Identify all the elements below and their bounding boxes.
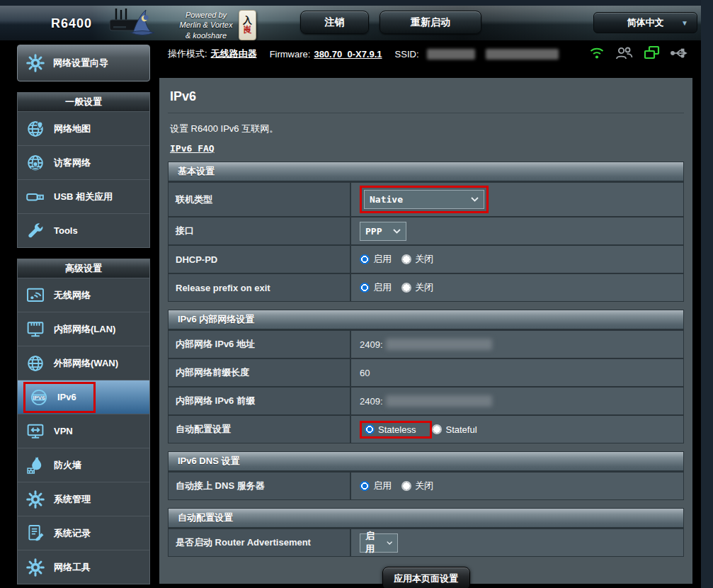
table-row-connection-type: 联机类型Native — [169, 181, 683, 216]
wifi-status-icon[interactable] — [588, 45, 605, 64]
sidebar-item-network-tools[interactable]: 网络工具 — [18, 550, 149, 584]
sidebar-section: 高级设置无线网络内部网络(LAN)外部网络(WAN)IPV6IPv6VPN防火墙… — [17, 259, 150, 584]
operation-mode-link[interactable]: 无线路由器 — [211, 47, 257, 60]
sidebar-item-inner: Tools — [23, 219, 78, 243]
auto-config-radio-1[interactable]: Stateful — [432, 424, 486, 435]
sidebar-item-wireless[interactable]: 无线网络 — [18, 278, 149, 312]
sidebar-item-system-log[interactable]: 系统记录 — [18, 516, 149, 550]
sidebar-item-usb-apps[interactable]: USB 相关应用 — [18, 179, 149, 213]
table-section-header: 自动配置设置 — [169, 509, 683, 528]
powered-by-text: Powered by Merlin & Vortex & koolshare — [167, 10, 245, 40]
release-prefix-radio-1[interactable]: 关闭 — [401, 281, 443, 294]
page-description: 设置 R6400 IPv6 互联网。 — [170, 123, 684, 135]
chevron-down-icon — [387, 541, 392, 545]
sidebar-item-vpn[interactable]: VPN — [18, 414, 149, 448]
sidebar-item-system-admin[interactable]: 系统管理 — [18, 482, 149, 516]
sidebar: 网络设置向导 一般设置网络地图访客网络USB 相关应用Tools高级设置无线网络… — [17, 45, 150, 584]
radio-selected-icon[interactable] — [360, 254, 370, 264]
reboot-button[interactable]: 重新启动 — [380, 11, 481, 34]
row-value: 60 — [350, 359, 683, 386]
table-section-header: 基本设置 — [169, 162, 683, 181]
page-title: IPv6 — [170, 89, 684, 104]
powered-by-line2: Merlin & Vortex — [167, 20, 245, 30]
row-label: 自动接上 DNS 服务器 — [169, 473, 350, 499]
radio-label: 关闭 — [415, 253, 433, 266]
chevron-down-icon: ▼ — [681, 19, 688, 27]
row-label: 内部网络 IPv6 前缀 — [169, 388, 350, 414]
setup-wizard-icon — [23, 51, 47, 75]
radio-selected-icon[interactable] — [360, 481, 370, 491]
dhcp-pd-radio-0[interactable]: 启用 — [360, 253, 401, 266]
sidebar-item-firewall[interactable]: 防火墙 — [18, 448, 149, 482]
radio-icon[interactable] — [401, 254, 411, 264]
row-label: 联机类型 — [169, 183, 350, 216]
dns-auto-radio-1[interactable]: 关闭 — [401, 480, 443, 492]
firewall-icon — [23, 453, 47, 477]
row-value: 启用关闭 — [350, 473, 683, 499]
table-row-auto-config: 自动配置设置StatelessStateful — [169, 414, 683, 443]
radio-icon[interactable] — [432, 424, 442, 434]
auto-config-radio-0[interactable]: Stateless — [365, 424, 426, 435]
system-log-icon — [23, 521, 47, 545]
table-section-header: IPv6 DNS 设置 — [169, 452, 683, 471]
system-admin-icon — [23, 487, 47, 511]
clients-status-icon[interactable] — [615, 45, 634, 64]
main-content: IPv6 设置 R6400 IPv6 互联网。 IPv6 FAQ 基本设置联机类… — [159, 78, 692, 584]
firmware-version-link[interactable]: 380.70_0-X7.9.1 — [314, 49, 382, 60]
sidebar-item-label: VPN — [54, 426, 73, 436]
connection-type-select[interactable]: Native — [364, 190, 484, 209]
sidebar-item-lan[interactable]: 内部网络(LAN) — [18, 312, 149, 346]
language-dropdown[interactable]: 简体中文 ▼ — [593, 12, 697, 33]
vpn-icon — [23, 419, 47, 443]
sidebar-item-network-map[interactable]: 网络地图 — [18, 111, 149, 145]
usb-status-icon[interactable] — [670, 46, 690, 62]
dns-auto-radio-0[interactable]: 启用 — [360, 480, 401, 492]
table-row-dhcp-pd: DHCP-PD启用关闭 — [169, 244, 683, 273]
radio-icon[interactable] — [401, 481, 411, 491]
sidebar-item-wan[interactable]: 外部网络(WAN) — [18, 346, 149, 380]
sidebar-item-label: 访客网络 — [54, 157, 91, 169]
sidebar-item-label: 系统记录 — [54, 527, 91, 540]
table-row-release-prefix: Release prefix on exit启用关闭 — [169, 273, 683, 301]
dhcp-pd-radio-1[interactable]: 关闭 — [401, 253, 443, 266]
chevron-down-icon — [471, 197, 479, 202]
sidebar-item-guest-network[interactable]: 访客网络 — [18, 145, 149, 179]
settings-table: 自动配置设置是否启动 Router Advertisement启用 — [168, 508, 684, 557]
ipv6-faq-link[interactable]: IPv6 FAQ — [170, 143, 215, 154]
router-advertisement-select[interactable]: 启用 — [360, 533, 398, 553]
sidebar-item-tools[interactable]: Tools — [18, 213, 149, 247]
select-value: PPP — [365, 226, 382, 237]
apply-button[interactable]: 应用本页面设置 — [382, 567, 470, 588]
lan-status-icon[interactable] — [643, 45, 661, 64]
language-value: 简体中文 — [627, 16, 664, 29]
radio-label: Stateful — [445, 424, 477, 435]
sidebar-item-label: 无线网络 — [54, 289, 91, 302]
radio-icon[interactable] — [401, 283, 411, 293]
sidebar-item-inner: 防火墙 — [23, 453, 81, 477]
row-value: StatelessStateful — [350, 416, 683, 443]
table-row-lan-prefix-length: 内部网络前缀长度60 — [169, 358, 683, 386]
sidebar-section-title: 高级设置 — [18, 259, 149, 278]
release-prefix-radio-0[interactable]: 启用 — [360, 281, 401, 294]
sidebar-item-label: 外部网络(WAN) — [54, 357, 118, 370]
top-edge-strip — [0, 0, 713, 6]
wan-icon — [23, 351, 47, 375]
interface-select[interactable]: PPP — [360, 222, 406, 241]
ssid-label: SSID: — [395, 49, 419, 60]
radio-selected-icon[interactable] — [365, 424, 375, 434]
row-value: 2409: — [350, 388, 683, 414]
radio-selected-icon[interactable] — [360, 283, 370, 293]
row-value: 2409: — [350, 331, 683, 358]
wireless-icon — [23, 283, 47, 307]
sidebar-item-label: USB 相关应用 — [54, 191, 113, 203]
lan-icon — [23, 317, 47, 341]
row-value: 启用关闭 — [350, 246, 683, 273]
table-row-lan-ipv6-prefix: 内部网络 IPv6 前缀2409: — [169, 386, 683, 414]
firmware-label: Firmware: — [270, 49, 311, 60]
sidebar-item-inner: 外部网络(WAN) — [23, 351, 118, 375]
sidebar-quick-setup[interactable]: 网络设置向导 — [17, 45, 150, 81]
sidebar-item-ipv6[interactable]: IPV6IPv6 — [18, 380, 149, 414]
value-prefix: 2409: — [360, 396, 383, 407]
radio-label: Stateless — [378, 424, 416, 435]
logout-button[interactable]: 注销 — [300, 11, 369, 34]
